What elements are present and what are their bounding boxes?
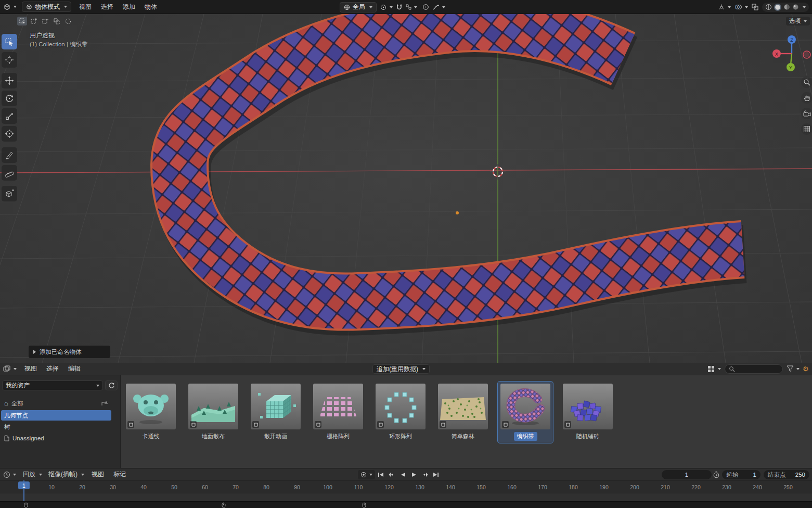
- import-method-dropdown[interactable]: 追加(重用数据): [372, 364, 430, 374]
- options-button[interactable]: 选项: [786, 17, 810, 26]
- asset-search-input[interactable]: [725, 364, 783, 374]
- pivot-point-dropdown[interactable]: [380, 4, 393, 11]
- zoom-button[interactable]: [801, 77, 812, 88]
- ruler-tick: 220: [691, 484, 701, 490]
- transform-orientation-dropdown[interactable]: 全局: [340, 2, 377, 12]
- asset-type-badge: [190, 421, 197, 428]
- camera-view-button[interactable]: [801, 108, 812, 119]
- select-mode-invert-button[interactable]: [51, 17, 61, 26]
- globe-icon: [344, 4, 350, 10]
- proportional-editing-toggle[interactable]: [422, 4, 429, 10]
- catalog-all[interactable]: ⌂ 全部: [1, 398, 111, 409]
- catalog-unassigned[interactable]: Unassigned: [1, 433, 111, 443]
- asset-item-scatter-anim[interactable]: 散开动画: [248, 382, 303, 443]
- frame-end-field[interactable]: 结束点 250: [764, 470, 809, 479]
- asset-menu-view[interactable]: 视图: [20, 364, 42, 373]
- asset-editor-type-button[interactable]: [0, 365, 20, 372]
- show-overlays-dropdown[interactable]: [734, 4, 748, 10]
- stopwatch-icon: [713, 471, 720, 478]
- new-catalog-icon[interactable]: [101, 401, 108, 407]
- current-frame-field[interactable]: 1: [662, 470, 712, 479]
- frame-start-field[interactable]: 起始 1: [722, 470, 761, 479]
- asset-menu-select[interactable]: 选择: [42, 364, 63, 373]
- jump-to-start-button[interactable]: [376, 470, 386, 479]
- shading-wireframe-icon[interactable]: [765, 4, 772, 10]
- asset-item-cartoon-line[interactable]: 卡通线: [123, 382, 178, 443]
- asset-item-braided-band[interactable]: 编织带: [498, 382, 553, 443]
- record-button[interactable]: [358, 470, 375, 479]
- proportional-falloff-dropdown[interactable]: [432, 4, 445, 10]
- catalog-geometry-nodes[interactable]: 几何节点: [1, 410, 111, 421]
- timeline-track[interactable]: [0, 493, 812, 501]
- tool-select-box[interactable]: [2, 34, 17, 49]
- xray-toggle[interactable]: [752, 4, 758, 10]
- select-mode-intersect-button[interactable]: [63, 17, 73, 26]
- operator-panel-collapsed[interactable]: 添加已命名物体: [29, 346, 110, 358]
- select-mode-subtract-button[interactable]: [40, 17, 50, 26]
- menu-object[interactable]: 物体: [140, 3, 162, 11]
- tool-rotate[interactable]: [2, 91, 17, 106]
- menu-select[interactable]: 选择: [96, 3, 118, 11]
- play-reverse-button[interactable]: [398, 470, 408, 479]
- menu-add[interactable]: 添加: [118, 3, 140, 11]
- next-keyframe-button[interactable]: [420, 470, 430, 479]
- pan-hand-button[interactable]: [801, 92, 812, 104]
- timeline-ruler[interactable]: 10 20 30 40 50 60 70 80 90 100 110 120 1…: [0, 480, 812, 493]
- tool-cursor[interactable]: [2, 52, 17, 68]
- jump-to-end-button[interactable]: [431, 470, 441, 479]
- tool-move[interactable]: [2, 73, 17, 88]
- asset-type-badge: [440, 421, 446, 428]
- show-gizmo-dropdown[interactable]: [718, 4, 731, 11]
- select-mode-extend-button[interactable]: [29, 17, 38, 26]
- toggle-ortho-button[interactable]: [801, 123, 812, 135]
- mode-dropdown[interactable]: 物体模式: [22, 2, 71, 12]
- asset-menu-edit[interactable]: 编辑: [63, 364, 85, 373]
- tool-scale[interactable]: [2, 108, 17, 124]
- shading-solid-active[interactable]: [774, 4, 781, 11]
- asset-item-simple-forest[interactable]: 简单森林: [435, 382, 491, 443]
- catalog-all-label: 全部: [11, 400, 23, 408]
- asset-thumbnail: [376, 384, 426, 429]
- navigation-gizmo[interactable]: Z X Y: [772, 33, 811, 72]
- filter-dropdown[interactable]: [787, 365, 800, 372]
- ruler-tick: 120: [384, 484, 394, 490]
- ruler-tick: 60: [202, 484, 208, 490]
- editor-type-button[interactable]: [0, 3, 20, 10]
- timeline-menu-marker[interactable]: 标记: [109, 470, 131, 479]
- menu-view[interactable]: 视图: [74, 3, 96, 11]
- catalog-geometry-nodes-label: 几何节点: [4, 412, 28, 420]
- asset-item-grid-array[interactable]: 栅格阵列: [311, 382, 366, 443]
- shading-material-icon[interactable]: [783, 4, 790, 10]
- refresh-library-button[interactable]: [105, 380, 118, 390]
- tool-add-primitive[interactable]: [2, 186, 17, 201]
- asset-item-random-tiles[interactable]: 随机铺砖: [560, 382, 615, 443]
- keying-popover[interactable]: 抠像(插帧): [45, 470, 87, 479]
- tool-annotate[interactable]: [2, 147, 17, 163]
- asset-label: 简单森林: [448, 432, 478, 441]
- shading-rendered-icon[interactable]: [792, 4, 799, 10]
- preview-range-toggle[interactable]: [713, 471, 720, 478]
- asset-settings-button[interactable]: ⚙: [803, 365, 809, 373]
- asset-item-ground-scatter[interactable]: 地面散布: [186, 382, 241, 443]
- timeline-editor-type-button[interactable]: [0, 471, 19, 478]
- play-button[interactable]: [409, 470, 419, 479]
- chevron-down-icon: [64, 6, 67, 8]
- object-origin-dot: [456, 211, 459, 214]
- ruler-tick: 210: [661, 484, 670, 490]
- timeline-menu-view[interactable]: 视图: [87, 470, 109, 479]
- chevron-down-icon: [39, 474, 42, 476]
- catalog-tree[interactable]: 树: [1, 422, 111, 432]
- asset-source-dropdown[interactable]: 我的资产: [2, 380, 103, 390]
- select-mode-set-button[interactable]: [17, 17, 27, 26]
- tool-transform[interactable]: [2, 126, 17, 142]
- prev-keyframe-button[interactable]: [387, 470, 397, 479]
- playback-popover[interactable]: 回放: [19, 470, 45, 479]
- snap-toggle[interactable]: [396, 4, 403, 11]
- viewport-canvas[interactable]: 用户透视 (1) Collection | 编织带 选项 Z X Y 添加已命名…: [0, 14, 812, 363]
- tool-measure[interactable]: [2, 165, 17, 181]
- braided-band-object[interactable]: [179, 23, 745, 307]
- playhead-label[interactable]: 1: [18, 481, 30, 489]
- asset-item-ring-array[interactable]: 环形阵列: [373, 382, 428, 443]
- snap-target-dropdown[interactable]: [406, 4, 417, 10]
- display-settings-dropdown[interactable]: [707, 365, 721, 373]
